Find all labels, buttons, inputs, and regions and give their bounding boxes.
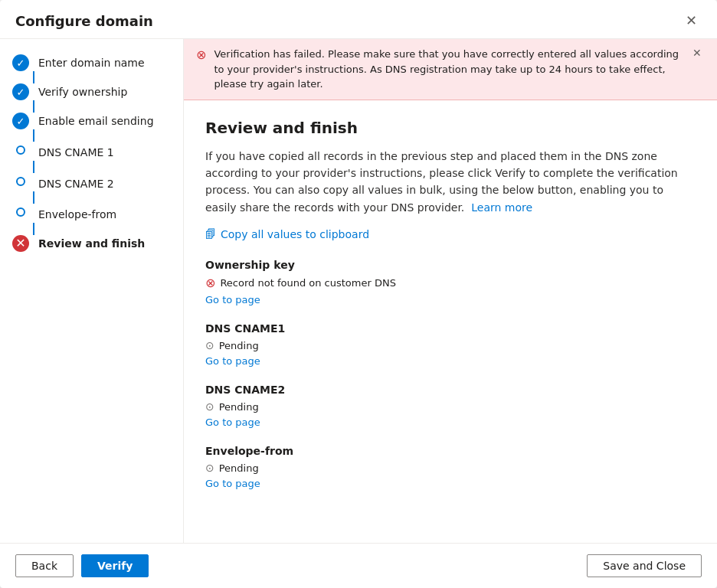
configure-domain-dialog: Configure domain ✕ Enter domain name: [0, 0, 717, 588]
record-dns-cname2: DNS CNAME2 ⊙ Pending Go to page: [205, 384, 696, 428]
step-icon-envelope-from: [16, 207, 25, 217]
step-label-envelope-from: Envelope-from: [38, 208, 116, 220]
record-title-envelope-from: Envelope-from: [205, 445, 696, 457]
sidebar: Enter domain name Verify ownership: [0, 39, 184, 543]
sidebar-item-review-finish[interactable]: ✕ Review and finish: [12, 235, 171, 252]
record-envelope-from: Envelope-from ⊙ Pending Go to page: [205, 445, 696, 489]
error-icon: ⊗: [196, 47, 206, 62]
main-content: ⊗ Verification has failed. Please make s…: [184, 39, 717, 543]
go-to-page-ownership[interactable]: Go to page: [205, 294, 260, 305]
error-banner: ⊗ Verification has failed. Please make s…: [184, 39, 717, 100]
step-label-review-finish: Review and finish: [38, 237, 145, 250]
dialog-header: Configure domain ✕: [0, 0, 717, 39]
learn-more-link[interactable]: Learn more: [471, 201, 532, 214]
record-status-dns-cname2: ⊙ Pending: [205, 400, 696, 413]
record-title-dns-cname2: DNS CNAME2: [205, 384, 696, 396]
sidebar-item-dns-cname-2[interactable]: DNS CNAME 2: [12, 173, 171, 192]
error-banner-text: Verification has failed. Please make sur…: [214, 47, 682, 92]
dialog-title: Configure domain: [15, 13, 153, 29]
error-status-icon: ⊗: [205, 276, 215, 290]
record-title-ownership: Ownership key: [205, 259, 696, 271]
record-title-dns-cname1: DNS CNAME1: [205, 322, 696, 335]
section-description: If you have copied all records in the pr…: [205, 148, 696, 217]
sidebar-item-envelope-from[interactable]: Envelope-from: [12, 204, 171, 223]
scroll-area: Review and finish If you have copied all…: [184, 100, 717, 544]
back-button[interactable]: Back: [15, 554, 74, 577]
record-status-envelope-from: ⊙ Pending: [205, 462, 696, 474]
go-to-page-envelope-from[interactable]: Go to page: [205, 478, 260, 489]
error-banner-close-button[interactable]: ✕: [689, 47, 705, 59]
step-label-verify-ownership: Verify ownership: [38, 86, 127, 98]
record-status-dns-cname1: ⊙ Pending: [205, 339, 696, 351]
sidebar-item-enable-email[interactable]: Enable email sending: [12, 113, 171, 129]
step-icon-review-finish: ✕: [12, 235, 29, 252]
step-icon-dns-cname-2: [16, 177, 25, 186]
step-label-enable-email: Enable email sending: [38, 115, 154, 127]
section-title: Review and finish: [205, 119, 696, 137]
copy-icon: 🗐: [205, 228, 216, 240]
step-icon-dns-cname-1: [16, 145, 25, 155]
sidebar-item-dns-cname-1[interactable]: DNS CNAME 1: [12, 142, 171, 161]
go-to-page-dns-cname1[interactable]: Go to page: [205, 355, 260, 367]
record-ownership-key: Ownership key ⊗ Record not found on cust…: [205, 259, 696, 305]
step-label-dns-cname-2: DNS CNAME 2: [38, 178, 114, 190]
sidebar-item-enter-domain[interactable]: Enter domain name: [12, 54, 171, 71]
step-label-dns-cname-1: DNS CNAME 1: [38, 146, 114, 158]
step-icon-verify-ownership: [12, 83, 29, 100]
dialog-body: Enter domain name Verify ownership: [0, 39, 717, 543]
save-and-close-button[interactable]: Save and Close: [587, 554, 702, 577]
dialog-close-button[interactable]: ✕: [681, 12, 702, 29]
record-status-ownership: ⊗ Record not found on customer DNS: [205, 276, 696, 290]
sidebar-item-verify-ownership[interactable]: Verify ownership: [12, 83, 171, 100]
step-label-enter-domain: Enter domain name: [38, 57, 145, 69]
copy-all-values-link[interactable]: 🗐 Copy all values to clipboard: [205, 228, 696, 240]
footer-left-buttons: Back Verify: [15, 554, 149, 577]
pending-status-icon-cname1: ⊙: [205, 339, 214, 351]
record-dns-cname1: DNS CNAME1 ⊙ Pending Go to page: [205, 322, 696, 367]
step-icon-enable-email: [12, 113, 29, 129]
go-to-page-dns-cname2[interactable]: Go to page: [205, 416, 260, 428]
step-icon-enter-domain: [12, 54, 29, 71]
pending-status-icon-envelope: ⊙: [205, 462, 214, 474]
verify-button[interactable]: Verify: [81, 554, 149, 577]
dialog-footer: Back Verify Save and Close: [0, 543, 717, 588]
pending-status-icon-cname2: ⊙: [205, 400, 214, 413]
